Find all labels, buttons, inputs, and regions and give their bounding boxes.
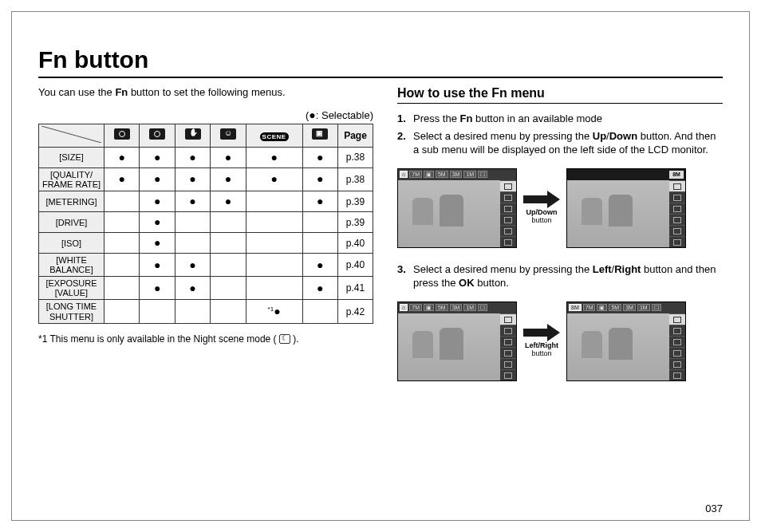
lcd-photo bbox=[398, 313, 500, 380]
lcd-photo bbox=[398, 180, 500, 247]
lcd-photo bbox=[567, 180, 669, 247]
night-mode-icon bbox=[279, 334, 290, 344]
lcd-sidebar bbox=[500, 180, 516, 247]
lcd-top-item: ☐ bbox=[478, 304, 487, 311]
dis-icon bbox=[185, 128, 201, 140]
camera-program-icon bbox=[149, 128, 165, 140]
lcd-corner-badge: 8M bbox=[669, 171, 684, 179]
lcd-top-item: 1M bbox=[637, 304, 650, 311]
lcd-top-item: 7M bbox=[583, 304, 596, 311]
lcd-screenshot-1b: 8M bbox=[566, 168, 686, 248]
lcd-sidebar bbox=[500, 313, 516, 380]
beauty-icon bbox=[220, 128, 236, 140]
lcd-top-item: ☐ bbox=[478, 171, 487, 178]
movie-icon bbox=[312, 128, 328, 140]
lcd-top-item: 3M bbox=[450, 171, 463, 178]
camera-auto-icon bbox=[114, 128, 130, 140]
lcd-screenshot-2a: ⌂7M▣5M3M1M☐ bbox=[397, 301, 517, 381]
lcd-top-item: ▣ bbox=[424, 304, 434, 311]
page-number: 037 bbox=[705, 502, 723, 514]
lcd-top-item: 1M bbox=[463, 171, 476, 178]
lcd-top-item: 3M bbox=[450, 304, 463, 311]
header-blank bbox=[39, 124, 104, 147]
lcd-sidebar bbox=[669, 313, 685, 380]
lcd-top-item: 8M bbox=[569, 304, 582, 311]
lcd-top-item: 1M bbox=[463, 304, 476, 311]
lcd-top-item: 5M bbox=[436, 171, 448, 178]
lcd-top-item: 5M bbox=[436, 304, 448, 311]
lcd-screenshot-2b: 8M7M▣5M3M1M☐ bbox=[566, 301, 686, 381]
svg-line-0 bbox=[41, 126, 101, 143]
lcd-top-item: ▣ bbox=[424, 171, 434, 178]
lcd-top-item: ⌂ bbox=[400, 171, 408, 178]
lcd-photo bbox=[567, 313, 669, 380]
lcd-top-item: ☐ bbox=[652, 304, 661, 311]
lcd-top-item: 7M bbox=[409, 171, 422, 178]
lcd-top-item: ▣ bbox=[597, 304, 607, 311]
lcd-top-item: 5M bbox=[609, 304, 621, 311]
lcd-top-item: 7M bbox=[409, 304, 422, 311]
lcd-top-item: 3M bbox=[623, 304, 636, 311]
lcd-topbar-dark bbox=[567, 169, 685, 180]
lcd-top-item: ⌂ bbox=[400, 304, 408, 311]
lcd-screenshot-1a: ⌂7M▣5M3M1M☐ bbox=[397, 168, 517, 248]
page-frame bbox=[11, 11, 750, 521]
lcd-sidebar bbox=[669, 180, 685, 247]
